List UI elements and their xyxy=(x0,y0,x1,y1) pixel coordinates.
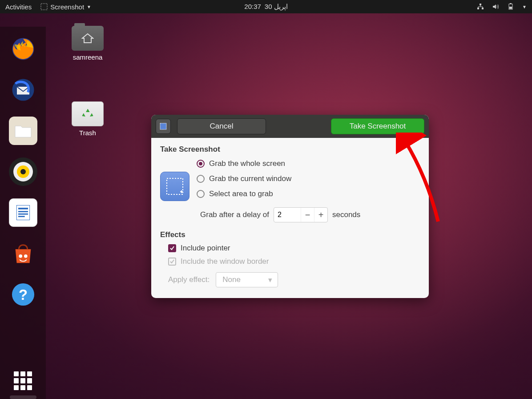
top-panel: Activities Screenshot ▼ 20:37 اپریل 30 ▼ xyxy=(0,0,532,13)
help-icon: ? xyxy=(11,282,35,306)
svg-rect-3 xyxy=(482,8,484,9)
trash-label: Trash xyxy=(68,129,108,137)
speaker-icon xyxy=(12,161,34,182)
chevron-down-icon: ▼ xyxy=(87,4,91,9)
svg-point-11 xyxy=(20,169,26,174)
take-screenshot-heading: Take Screenshot xyxy=(160,145,420,154)
desktop: ? samreena Trash Cancel Take Screenshot … xyxy=(0,13,532,399)
home-folder-label: samreena xyxy=(68,53,108,61)
radio-label: Select area to grab xyxy=(209,189,273,198)
clock-time: 20:37 xyxy=(244,3,261,11)
dock-separator xyxy=(10,395,36,399)
radio-whole-screen[interactable]: Grab the whole screen xyxy=(197,159,291,168)
network-icon xyxy=(477,3,484,10)
take-screenshot-button[interactable]: Take Screenshot xyxy=(331,118,424,134)
clock-date: اپریل 30 xyxy=(265,3,288,11)
app-menu[interactable]: Screenshot ▼ xyxy=(40,3,91,11)
delay-increment[interactable]: + xyxy=(314,208,327,222)
svg-rect-16 xyxy=(18,216,25,217)
svg-rect-0 xyxy=(41,4,47,10)
cancel-button[interactable]: Cancel xyxy=(177,118,266,134)
delay-spinner[interactable]: − + xyxy=(274,207,328,222)
dock-files[interactable] xyxy=(9,117,37,145)
radio-label: Grab the current window xyxy=(209,174,291,183)
radio-label: Grab the whole screen xyxy=(209,159,285,168)
activities-button[interactable]: Activities xyxy=(5,3,32,11)
checkbox-label: Include pointer xyxy=(181,244,230,253)
trash-icon[interactable]: Trash xyxy=(68,101,108,137)
status-area[interactable]: ▼ xyxy=(477,3,527,10)
chevron-down-icon: ▼ xyxy=(522,4,527,9)
svg-text:?: ? xyxy=(18,286,27,303)
radio-current-window[interactable]: Grab the current window xyxy=(197,174,291,183)
clock-area[interactable]: 20:37 اپریل 30 xyxy=(244,3,287,11)
svg-rect-12 xyxy=(16,206,29,220)
home-folder-icon[interactable]: samreena xyxy=(68,26,108,61)
svg-rect-21 xyxy=(160,123,166,129)
dock: ? xyxy=(0,27,46,399)
effects-heading: Effects xyxy=(160,230,420,239)
dock-writer[interactable] xyxy=(9,198,37,227)
radio-indicator xyxy=(197,175,205,183)
svg-rect-6 xyxy=(509,7,512,9)
show-applications[interactable] xyxy=(14,371,32,390)
dock-thunderbird[interactable] xyxy=(9,76,37,104)
screenshot-dialog: Cancel Take Screenshot Take Screenshot G… xyxy=(151,115,429,298)
screenshot-mode-icon xyxy=(160,172,189,201)
delay-decrement[interactable]: − xyxy=(301,208,314,222)
dialog-header: Cancel Take Screenshot xyxy=(151,115,429,138)
checkbox-indicator xyxy=(168,244,176,252)
checkbox-label: Include the window border xyxy=(181,257,269,266)
firefox-icon xyxy=(11,36,36,61)
checkbox-indicator xyxy=(168,258,176,266)
dock-firefox[interactable] xyxy=(9,35,37,63)
radio-indicator xyxy=(197,160,205,168)
svg-rect-15 xyxy=(18,214,28,215)
svg-rect-1 xyxy=(480,4,481,5)
thunderbird-icon xyxy=(11,77,36,102)
svg-rect-13 xyxy=(18,208,28,210)
battery-icon xyxy=(507,3,514,10)
dock-help[interactable]: ? xyxy=(9,280,37,309)
delay-label: Grab after a delay of xyxy=(200,210,269,219)
apply-effect-combo: None xyxy=(216,272,278,287)
app-menu-label: Screenshot xyxy=(50,3,84,11)
delay-suffix: seconds xyxy=(332,210,360,219)
check-include-pointer[interactable]: Include pointer xyxy=(168,244,420,253)
dock-software[interactable] xyxy=(9,239,37,268)
svg-point-17 xyxy=(19,254,22,258)
volume-icon xyxy=(492,3,499,10)
svg-rect-14 xyxy=(18,211,28,212)
screenshot-icon xyxy=(40,3,48,10)
screenshot-icon xyxy=(159,122,167,130)
svg-rect-2 xyxy=(477,8,479,9)
folder-icon xyxy=(13,123,33,139)
svg-point-18 xyxy=(24,254,27,258)
home-icon xyxy=(81,33,94,44)
radio-select-area[interactable]: Select area to grab xyxy=(197,189,291,198)
apply-effect-label: Apply effect: xyxy=(168,275,210,284)
dialog-app-icon xyxy=(156,119,171,134)
check-include-border: Include the window border xyxy=(168,257,420,266)
dock-rhythmbox[interactable] xyxy=(9,157,37,186)
svg-rect-5 xyxy=(510,3,512,4)
dialog-body: Take Screenshot Grab the whole screen Gr… xyxy=(151,138,429,298)
document-icon xyxy=(13,203,33,222)
recycle-icon xyxy=(81,107,94,121)
shopping-bag-icon xyxy=(11,242,35,266)
delay-input[interactable] xyxy=(274,211,301,219)
apply-effect-row: Apply effect: None xyxy=(168,272,420,287)
radio-indicator xyxy=(197,190,205,198)
select-area-icon xyxy=(165,177,185,196)
